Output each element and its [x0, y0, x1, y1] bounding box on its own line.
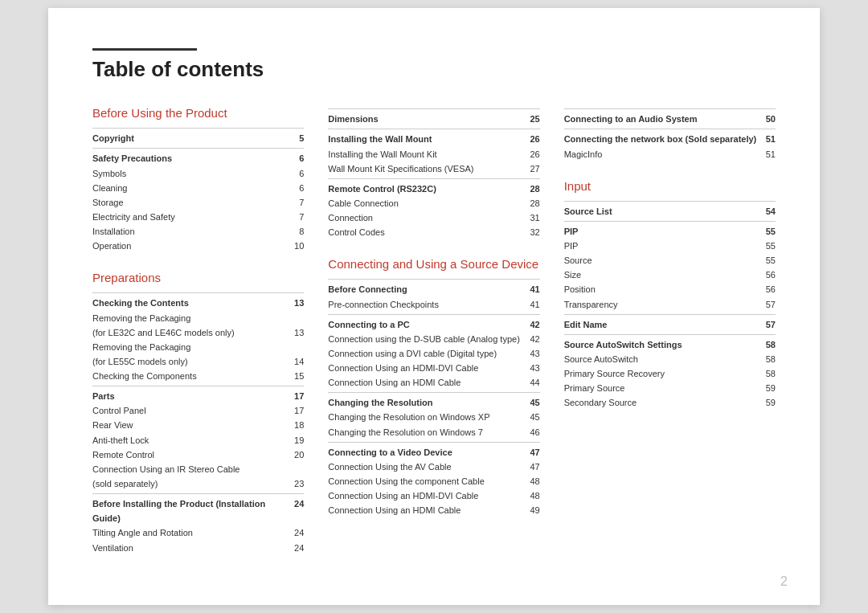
toc-entry: Connection Using an HDMI-DVI Cable43 [328, 361, 539, 375]
toc-entry: Checking the Contents13 [92, 296, 304, 310]
toc-entry-label: Connecting to a PC [328, 317, 523, 332]
toc-entry: Cable Connection28 [328, 196, 539, 210]
divider [564, 129, 776, 129]
toc-entry-label: Changing the Resolution [328, 395, 523, 410]
toc-entry-page: 26 [523, 147, 539, 161]
toc-entry-label: Storage [92, 195, 293, 210]
toc-entry-page: 47 [523, 460, 539, 474]
toc-entry-page: 57 [760, 297, 776, 312]
toc-entry-label: Removing the Packaging [92, 340, 304, 354]
toc-entry-label: Connection Using an HDMI Cable [328, 375, 523, 390]
toc-entry-label: Connection Using the AV Cable [328, 460, 523, 474]
toc-entry-page: 59 [760, 381, 776, 395]
toc-entry-page: 28 [523, 196, 539, 210]
column-3: Connecting to an Audio System50Connectin… [564, 106, 776, 573]
toc-entry-label: Source AutoSwitch [564, 352, 760, 366]
divider [564, 201, 776, 202]
toc-entry-label: MagicInfo [564, 147, 760, 161]
toc-entry-label: Connection Using an HDMI Cable [328, 503, 523, 517]
toc-entry-page: 58 [760, 337, 776, 352]
toc-section: Dimensions25Installing the Wall Mount26I… [328, 108, 539, 239]
toc-entry-page: 43 [523, 346, 539, 361]
toc-entry: Tilting Angle and Rotation24 [92, 525, 304, 540]
toc-entry-label: Safety Precautions [92, 151, 293, 166]
toc-entry: Connecting to a PC42 [328, 317, 539, 332]
toc-entry: Control Codes32 [328, 225, 539, 239]
divider [328, 108, 539, 109]
toc-entry: Rear View18 [92, 418, 304, 432]
toc-entry-label: Cleaning [92, 181, 293, 195]
toc-entry-page: 32 [523, 225, 539, 239]
toc-entry: Connection using the D-SUB cable (Analog… [328, 332, 539, 346]
toc-entry: Checking the Components15 [92, 369, 304, 383]
toc-entry-page: 6 [293, 181, 304, 195]
divider [92, 292, 304, 293]
toc-entry-page: 17 [288, 389, 304, 403]
toc-entry: Size56 [564, 268, 776, 282]
toc-entry: Source List54 [564, 204, 776, 219]
columns: Before Using the ProductCopyright5Safety… [92, 106, 776, 573]
toc-entry-label: Secondary Source [564, 395, 760, 410]
toc-entry-page: 42 [523, 332, 539, 346]
toc-entry-label: Dimensions [328, 112, 523, 126]
toc-entry-page: 59 [760, 395, 776, 410]
section-heading: Connecting and Using a Source Device [328, 257, 539, 271]
toc-entry-page: 14 [288, 354, 304, 369]
toc-entry: Cleaning6 [92, 181, 304, 195]
toc-entry: Connection Using an HDMI Cable49 [328, 503, 539, 517]
toc-entry: Symbols6 [92, 166, 304, 181]
section-heading: Preparations [92, 271, 304, 284]
toc-entry-label: Changing the Resolution on Windows 7 [328, 425, 523, 439]
divider [328, 392, 539, 393]
toc-entry: Pre-connection Checkpoints41 [328, 297, 539, 312]
toc-entry-page: 43 [523, 361, 539, 375]
toc-entry-page: 48 [523, 474, 539, 488]
toc-entry-page: 24 [288, 525, 304, 540]
toc-entry-label: Ventilation [92, 541, 288, 555]
toc-entry: Storage7 [92, 195, 304, 210]
toc-entry-label: Tilting Angle and Rotation [92, 525, 288, 540]
toc-entry-label: Removing the Packaging [92, 311, 304, 325]
section-heading: Input [564, 179, 776, 193]
toc-entry-page: 19 [288, 433, 304, 447]
divider [564, 314, 776, 315]
toc-entry-label: Connecting to an Audio System [564, 112, 760, 126]
toc-entry-label: Transparency [564, 297, 760, 312]
toc-entry-page: 50 [760, 112, 776, 126]
toc-entry-label: Size [564, 268, 760, 282]
toc-entry-label: Checking the Contents [92, 296, 288, 310]
divider [92, 386, 304, 386]
toc-entry-label: Primary Source Recovery [564, 366, 760, 381]
toc-entry-page: 6 [293, 151, 304, 166]
toc-entry: Transparency57 [564, 297, 776, 312]
toc-section: Before Using the ProductCopyright5Safety… [92, 106, 304, 253]
toc-entry-page: 45 [523, 410, 539, 424]
title-bar [92, 48, 197, 51]
toc-entry: Changing the Resolution on Windows XP45 [328, 410, 539, 424]
toc-entry: Changing the Resolution45 [328, 395, 539, 410]
divider [564, 334, 776, 335]
toc-entry: Connection Using an HDMI-DVI Cable48 [328, 488, 539, 503]
toc-entry: Wall Mount Kit Specifications (VESA)27 [328, 161, 539, 176]
toc-entry-page: 10 [288, 239, 304, 253]
toc-entry: Remote Control20 [92, 447, 304, 462]
divider [92, 128, 304, 129]
toc-section: InputSource List54PIP55PIP55Source55Size… [564, 179, 776, 411]
toc-entry-page: 27 [523, 161, 539, 176]
toc-entry-page: 7 [293, 195, 304, 210]
toc-entry-label: Cable Connection [328, 196, 523, 210]
toc-entry-label: Before Installing the Product (Installat… [92, 497, 288, 525]
toc-entry-label: Connection using the D-SUB cable (Analog… [328, 332, 523, 346]
toc-entry-page: 56 [760, 268, 776, 282]
divider [328, 178, 539, 179]
toc-entry-page: 51 [760, 147, 776, 161]
toc-entry-page: 58 [760, 352, 776, 366]
toc-entry: Before Installing the Product (Installat… [92, 497, 304, 525]
toc-entry-page: 13 [288, 296, 304, 310]
toc-section: Connecting and Using a Source DeviceBefo… [328, 257, 539, 517]
toc-entry: Removing the Packaging [92, 340, 304, 354]
toc-entry-page: 15 [288, 369, 304, 383]
toc-entry-page: 55 [760, 239, 776, 253]
toc-entry-label: Primary Source [564, 381, 760, 395]
toc-entry-label: Position [564, 282, 760, 296]
